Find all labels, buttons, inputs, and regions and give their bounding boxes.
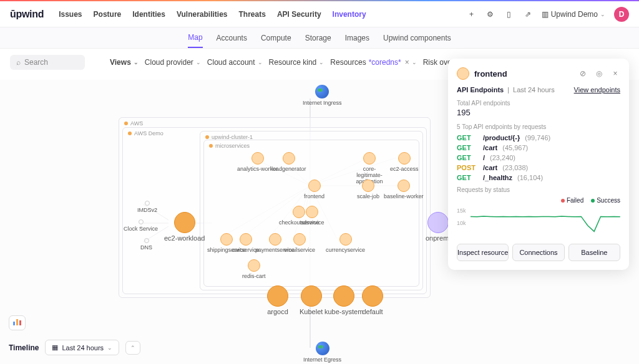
box-microservices: microservices	[209, 143, 250, 149]
node-default[interactable]: default	[362, 285, 383, 315]
status-chart: 15k 10k	[457, 208, 620, 237]
tab-accounts[interactable]: Accounts	[217, 29, 247, 47]
nav-identities[interactable]: Identities	[132, 10, 165, 19]
filter-cloud-account[interactable]: Cloud account⌄	[207, 58, 263, 67]
node-frontend[interactable]: frontend	[304, 180, 324, 199]
node-kubelet[interactable]: Kubelet	[300, 285, 323, 315]
header: ūpwind Issues Posture Identities Vulnera…	[0, 1, 639, 27]
panel-title: frontend	[474, 69, 507, 79]
endpoint-row: GET/product/{-}(99,746)	[457, 134, 620, 141]
node-clock[interactable]: Clock Service	[124, 219, 158, 232]
endpoint-row: GET/(23,240)	[457, 154, 620, 161]
baseline-button[interactable]: Baseline	[568, 244, 620, 261]
node-loadgen[interactable]: loadgenerator	[271, 152, 306, 172]
nav-issues[interactable]: Issues	[59, 10, 82, 19]
node-imdsv2[interactable]: IMDSv2	[137, 201, 157, 213]
box-aws: AWS	[124, 120, 143, 127]
inspect-button[interactable]: Inspect resource	[457, 244, 509, 261]
node-adservice[interactable]: adservice	[300, 206, 324, 226]
search-icon: ⌕	[16, 58, 21, 67]
node-internet-egress[interactable]: Internet Egress	[303, 342, 341, 363]
node-kubesystem[interactable]: kube-system	[324, 285, 363, 315]
gear-icon[interactable]: ⚙	[485, 9, 495, 19]
endpoint-row: GET/_healthz(16,104)	[457, 174, 620, 181]
filter-resources[interactable]: Resources *coredns* × ⌄	[330, 58, 416, 67]
tab-images[interactable]: Images	[345, 29, 369, 47]
tab-map[interactable]: Map	[188, 28, 202, 48]
filter-views[interactable]: Views⌄	[110, 58, 139, 67]
plus-icon[interactable]: +	[467, 9, 477, 19]
nav-posture[interactable]: Posture	[94, 10, 122, 19]
globe-icon	[316, 342, 329, 355]
detail-panel: frontend ⊘ ◎ × API Endpoints | Last 24 h…	[448, 59, 629, 270]
subnav: Map Accounts Compute Storage Images Upwi…	[0, 27, 639, 49]
target-icon[interactable]: ◎	[594, 69, 604, 79]
connections-button[interactable]: Connections	[512, 244, 564, 261]
filter-cloud-provider[interactable]: Cloud provider⌄	[145, 58, 201, 67]
tab-storage[interactable]: Storage	[305, 29, 331, 47]
timeline-bar: Timeline ▦ Last 24 hours ⌄ ⌃	[9, 340, 140, 355]
endpoint-row: POST/cart(23,038)	[457, 164, 620, 171]
resource-icon	[457, 67, 469, 80]
node-redis[interactable]: redis-cart	[242, 259, 266, 279]
node-internet-ingress[interactable]: Internet Ingress	[303, 85, 342, 106]
view-endpoints-link[interactable]: View endpoints	[574, 86, 620, 93]
avatar[interactable]: D	[614, 7, 629, 22]
node-ec2access[interactable]: ec2-access	[390, 152, 419, 172]
endpoint-row: GET/cart(45,967)	[457, 144, 620, 151]
nav-vulnerabilities[interactable]: Vulnerabilities	[177, 10, 228, 19]
node-argocd[interactable]: argocd	[267, 285, 288, 315]
tab-compute[interactable]: Compute	[261, 29, 291, 47]
logo[interactable]: ūpwind	[10, 9, 44, 20]
org-selector[interactable]: ▥Upwind Demo⌄	[542, 10, 605, 19]
box-aws-demo: AWS Demo	[128, 130, 163, 136]
timeline-range-select[interactable]: ▦ Last 24 hours ⌄	[45, 340, 119, 355]
node-onprem[interactable]: onprem-	[426, 212, 451, 242]
run-icon[interactable]: ⇗	[523, 9, 533, 19]
main-nav: Issues Posture Identities Vulnerabilitie…	[59, 10, 366, 19]
node-email[interactable]: emailservice	[284, 233, 315, 253]
nav-inventory[interactable]: Inventory	[333, 10, 366, 19]
calendar-icon: ▦	[52, 343, 58, 352]
timeline-expand[interactable]: ⌃	[125, 341, 140, 355]
eye-off-icon[interactable]: ⊘	[578, 69, 588, 79]
close-icon[interactable]: ×	[610, 69, 620, 79]
node-ec2workload[interactable]: ec2-workload	[164, 212, 205, 242]
globe-icon	[315, 85, 329, 98]
chip-remove-icon[interactable]: ×	[405, 58, 409, 67]
node-baseline[interactable]: baseline-worker	[384, 180, 424, 199]
node-currency[interactable]: currencyservice	[326, 233, 365, 253]
tab-upwind-components[interactable]: Upwind components	[383, 29, 451, 47]
node-dns[interactable]: DNS	[140, 238, 152, 251]
nav-api-security[interactable]: API Security	[277, 10, 321, 19]
nav-threats[interactable]: Threats	[239, 10, 266, 19]
book-icon[interactable]: ▯	[504, 9, 514, 19]
search-input[interactable]: ⌕ Search	[10, 55, 85, 70]
filter-resource-kind[interactable]: Resource kind⌄	[269, 58, 324, 67]
legend-toggle[interactable]	[9, 315, 26, 330]
node-scale[interactable]: scale-job	[357, 180, 379, 199]
timeline-label: Timeline	[9, 343, 39, 352]
